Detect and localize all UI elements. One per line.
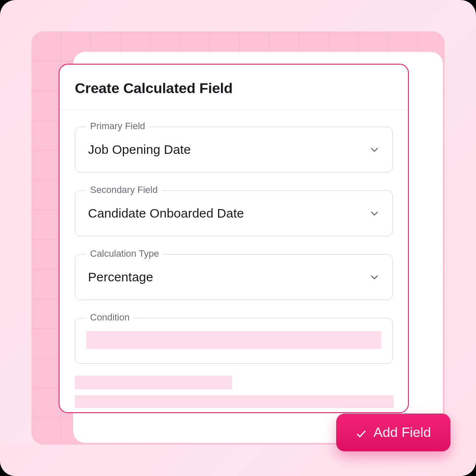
modal-footer [60, 376, 408, 412]
calculation-type-group: Calculation Type Percentage [75, 254, 393, 300]
check-icon [356, 427, 367, 438]
add-field-button[interactable]: Add Field [336, 414, 450, 451]
calculation-type-value: Percentage [88, 270, 153, 284]
secondary-field-value: Candidate Onboarded Date [88, 206, 244, 221]
secondary-field-label: Secondary Field [86, 184, 162, 196]
calculation-type-select[interactable]: Percentage [75, 254, 393, 300]
modal-body: Primary Field Job Opening Date Secondary… [60, 110, 408, 376]
primary-field-label: Primary Field [86, 121, 150, 132]
secondary-field-select[interactable]: Candidate Onboarded Date [75, 190, 393, 236]
skeleton-line [75, 376, 232, 389]
modal-title: Create Calculated Field [75, 80, 393, 96]
app-frame: Create Calculated Field Primary Field Jo… [0, 0, 476, 476]
condition-field-group: Condition [75, 318, 393, 364]
condition-input[interactable] [75, 318, 393, 364]
condition-field-label: Condition [86, 312, 134, 323]
create-field-modal: Create Calculated Field Primary Field Jo… [59, 64, 409, 413]
chevron-down-icon [369, 272, 380, 282]
modal-header: Create Calculated Field [60, 65, 408, 110]
calculation-type-label: Calculation Type [86, 248, 163, 259]
chevron-down-icon [369, 144, 380, 155]
add-field-label: Add Field [374, 425, 431, 440]
primary-field-group: Primary Field Job Opening Date [75, 127, 393, 173]
primary-field-value: Job Opening Date [88, 142, 191, 157]
skeleton-line [75, 395, 394, 408]
condition-placeholder [86, 331, 381, 349]
secondary-field-group: Secondary Field Candidate Onboarded Date [75, 190, 393, 236]
chevron-down-icon [369, 208, 380, 218]
primary-field-select[interactable]: Job Opening Date [75, 127, 393, 173]
